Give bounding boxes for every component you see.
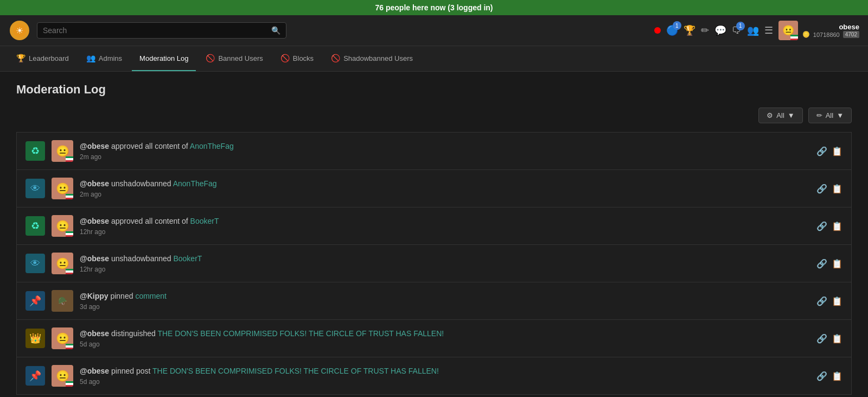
filter-type-button[interactable]: ⚙ All ▼ [758, 108, 802, 123]
nav-admins-label: Admins [99, 54, 122, 62]
entry-time: 3d ago [80, 303, 810, 311]
coins-value: 10718860 [813, 31, 840, 38]
log-entry: 👑 😐 @obese distinguished THE DON'S BEEN … [16, 320, 852, 357]
nav-shadowbanned-label: Shadowbanned Users [343, 54, 413, 62]
entry-target[interactable]: BookerT [173, 254, 202, 263]
copy-icon[interactable]: 📋 [832, 146, 843, 156]
entry-time: 5d ago [80, 341, 810, 348]
entry-time: 12hr ago [80, 228, 810, 236]
nav-leaderboard[interactable]: 🏆 Leaderboard [9, 46, 76, 71]
actor-avatar: 😐 [52, 327, 73, 349]
user-area[interactable]: 😐 obese 🪙 10718860 4702 [778, 21, 859, 40]
copy-icon[interactable]: 📋 [832, 184, 843, 194]
copy-icon[interactable]: 📋 [832, 371, 843, 381]
entry-time: 2m ago [80, 153, 810, 161]
entry-actor: @obese [80, 142, 109, 150]
entry-actor: @obese [80, 217, 109, 225]
entry-target[interactable]: comment [135, 292, 167, 300]
flag-icon [66, 194, 73, 199]
link-icon[interactable]: 🔗 [816, 221, 827, 231]
link-icon[interactable]: 🔗 [816, 146, 827, 156]
user-info: obese 🪙 10718860 4702 [802, 23, 859, 38]
entry-main: @obese approved all content of BookerT [80, 216, 810, 227]
flag-icon [66, 156, 73, 162]
flag-icon [790, 35, 798, 40]
username-label: obese [802, 23, 859, 31]
nav-admins[interactable]: 👥 Admins [79, 46, 130, 71]
nav-shadowbanned[interactable]: 🚫 Shadowbanned Users [323, 46, 420, 71]
avatar-face: 🪖 [52, 290, 73, 312]
search-bar[interactable]: 🔍 [37, 22, 286, 39]
log-list: ♻ 😐 @obese approved all content of AnonT… [16, 132, 852, 395]
entry-text: @Kippy pinned comment 3d ago [80, 291, 810, 311]
banner-text: 76 people here now (3 logged in) [375, 3, 493, 12]
actor-avatar: 😐 [52, 215, 73, 237]
entry-actor: @obese [80, 367, 109, 375]
log-entry: 📌 😐 @obese pinned post THE DON'S BEEN CO… [16, 357, 852, 395]
chat-icon[interactable]: 💬 [714, 24, 726, 36]
menu-icon[interactable]: ☰ [764, 24, 773, 36]
entry-actor: @obese [80, 254, 109, 263]
banned-nav-icon: 🚫 [206, 54, 215, 62]
copy-icon[interactable]: 📋 [832, 296, 843, 306]
flag-icon [66, 231, 73, 237]
entry-text: @obese unshadowbanned AnonTheFag 2m ago [80, 179, 810, 198]
entry-main: @obese approved all content of AnonTheFa… [80, 141, 810, 152]
log-entry: ♻ 😐 @obese approved all content of Booke… [16, 207, 852, 245]
site-logo[interactable]: ☀ [9, 20, 30, 41]
header: ☀ 🔍 🔵 1 🏆 ✏ 💬 🗨 1 👥 ☰ 😐 obese [0, 15, 868, 46]
nav-blocks-label: Blocks [293, 54, 314, 62]
nav-blocks[interactable]: 🚫 Blocks [273, 46, 321, 71]
entry-actions: 🔗 📋 [816, 296, 843, 306]
filter-action-chevron: ▼ [837, 111, 844, 119]
action-icon-approve: ♻ [25, 216, 45, 236]
entry-main: @obese unshadowbanned BookerT [80, 254, 810, 264]
nav-banned-label: Banned Users [218, 54, 263, 62]
entry-text: @obese pinned post THE DON'S BEEN COMPRI… [80, 366, 810, 386]
link-icon[interactable]: 🔗 [816, 259, 827, 269]
entry-actions: 🔗 📋 [816, 259, 843, 269]
action-icon-crown: 👑 [25, 329, 45, 348]
copy-icon[interactable]: 📋 [832, 333, 843, 344]
entry-actor: @Kippy [80, 292, 108, 300]
link-icon[interactable]: 🔗 [816, 333, 827, 344]
entry-action: unshadowbanned [111, 179, 173, 188]
entry-target[interactable]: AnonTheFag [190, 142, 234, 150]
nav-banned-users[interactable]: 🚫 Banned Users [198, 46, 270, 71]
copy-icon[interactable]: 📋 [832, 221, 843, 231]
link-icon[interactable]: 🔗 [816, 371, 827, 381]
search-input[interactable] [43, 26, 271, 35]
trophy-nav-icon: 🏆 [16, 54, 25, 62]
flag-icon [66, 381, 73, 387]
link-icon[interactable]: 🔗 [816, 296, 827, 306]
users-icon[interactable]: 👥 [747, 24, 759, 36]
entry-time: 5d ago [80, 378, 810, 386]
admins-nav-icon: 👥 [86, 54, 95, 62]
entry-action: unshadowbanned [111, 254, 173, 263]
actor-avatar: 😐 [52, 178, 73, 199]
filter-type-icon: ⚙ [767, 111, 773, 119]
entry-action: pinned post [111, 367, 152, 375]
pen-icon[interactable]: ✏ [701, 24, 709, 36]
filter-action-button[interactable]: ✏ All ▼ [808, 108, 852, 123]
entry-action: pinned [110, 292, 135, 300]
xp-badge: 4702 [843, 31, 859, 38]
action-icon-pin: 📌 [25, 366, 45, 386]
message-icon-wrap[interactable]: 🗨 1 [732, 25, 742, 36]
nav-moderation-log[interactable]: Moderation Log [132, 47, 196, 71]
link-icon[interactable]: 🔗 [816, 184, 827, 194]
header-right: 🔵 1 🏆 ✏ 💬 🗨 1 👥 ☰ 😐 obese 🪙 10718860 470… [654, 21, 859, 40]
copy-icon[interactable]: 📋 [832, 259, 843, 269]
entry-target[interactable]: THE DON'S BEEN COMPRIMISED FOLKS! THE CI… [157, 329, 444, 338]
entry-main: @Kippy pinned comment [80, 291, 810, 302]
entry-time: 2m ago [80, 191, 810, 198]
action-icon-pin: 📌 [25, 291, 45, 311]
entry-text: @obese unshadowbanned BookerT 12hr ago [80, 254, 810, 273]
notification-icon-wrap[interactable]: 🔵 1 [666, 24, 678, 36]
entry-target[interactable]: AnonTheFag [173, 179, 217, 188]
actor-avatar: 😐 [52, 365, 73, 387]
trophy-icon[interactable]: 🏆 [684, 24, 695, 36]
entry-target[interactable]: THE DON'S BEEN COMPRIMISED FOLKS! THE CI… [152, 367, 439, 375]
entry-target[interactable]: BookerT [190, 217, 219, 225]
entry-text: @obese approved all content of BookerT 1… [80, 216, 810, 236]
